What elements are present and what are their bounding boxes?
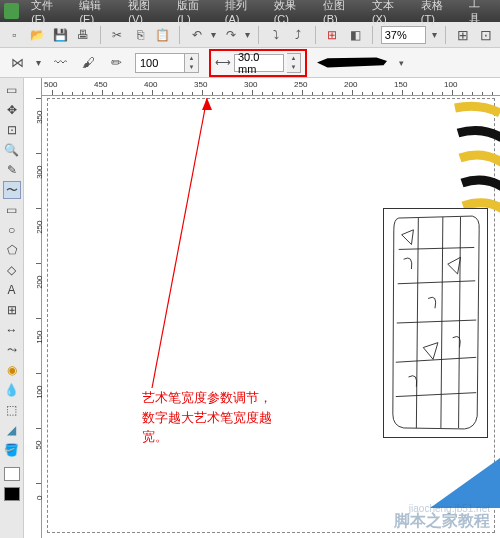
dimension-tool[interactable]: ↔	[3, 321, 21, 339]
app-logo-icon	[4, 3, 19, 19]
stroke-width-group: ⟷ 30.0 mm ▲▼	[209, 49, 307, 77]
dropdown-icon[interactable]: ▾	[36, 57, 41, 68]
separator	[445, 26, 446, 44]
annotation-line1: 艺术笔宽度参数调节，	[142, 388, 272, 408]
rectangle-tool[interactable]: ▭	[3, 201, 21, 219]
spray-icon[interactable]: ✏	[107, 54, 125, 72]
fill-tool[interactable]: ◢	[3, 421, 21, 439]
menu-bar: 文件(F) 编辑(E) 视图(V) 版面(L) 排列(A) 效果(C) 位图(B…	[0, 0, 500, 22]
smoothing-spinner[interactable]: ▲▼	[185, 53, 199, 73]
menu-text[interactable]: 文本(X)	[366, 0, 413, 27]
menu-edit[interactable]: 编辑(E)	[73, 0, 120, 27]
interactive-tool[interactable]: ◉	[3, 361, 21, 379]
toolbox: ▭ ✥ ⊡ 🔍 ✎ 〜 ▭ ○ ⬠ ◇ A ⊞ ↔ ⤳ ◉ 💧 ⬚ ◢ 🪣	[0, 78, 24, 538]
menu-effects[interactable]: 效果(C)	[268, 0, 315, 27]
save-button[interactable]: 💾	[52, 26, 69, 44]
sketch-drawing	[383, 208, 488, 438]
table-tool[interactable]: ⊞	[3, 301, 21, 319]
preset-icon[interactable]: ⋈	[8, 54, 26, 72]
separator	[258, 26, 259, 44]
crop-tool[interactable]: ⊡	[3, 121, 21, 139]
text-tool[interactable]: A	[3, 281, 21, 299]
stroke-width-input[interactable]: 30.0 mm	[234, 54, 284, 72]
menu-file[interactable]: 文件(F)	[25, 0, 71, 27]
print-button[interactable]: 🖶	[75, 26, 92, 44]
canvas-area[interactable]: 500450400350300250200150100	[42, 78, 500, 538]
shape-tool[interactable]: ✥	[3, 101, 21, 119]
property-bar: ⋈▾ 〰 🖌 ✏ 100 ▲▼ ⟷ 30.0 mm ▲▼ ▾	[0, 48, 500, 78]
fill-color-swatch[interactable]	[4, 467, 20, 481]
menu-view[interactable]: 视图(V)	[122, 0, 169, 27]
zoom-dropdown-icon[interactable]: ▾	[432, 29, 437, 40]
separator	[315, 26, 316, 44]
workspace: ▭ ✥ ⊡ 🔍 ✎ 〜 ▭ ○ ⬠ ◇ A ⊞ ↔ ⤳ ◉ 💧 ⬚ ◢ 🪣 35…	[0, 78, 500, 538]
menu-arrange[interactable]: 排列(A)	[219, 0, 266, 27]
separator	[179, 26, 180, 44]
brush-stroke-preview[interactable]	[317, 56, 387, 70]
app-launcher-icon[interactable]: ⊞	[324, 26, 341, 44]
options-button[interactable]: ⊡	[477, 26, 494, 44]
outline-tool[interactable]: ⬚	[3, 401, 21, 419]
pick-tool[interactable]: ▭	[3, 81, 21, 99]
width-icon: ⟷	[215, 56, 231, 69]
annotation-line2: 数字越大艺术笔宽度越	[142, 408, 272, 428]
outline-color-swatch[interactable]	[4, 487, 20, 501]
freehand-icon[interactable]: 〰	[51, 54, 69, 72]
menu-tools[interactable]: 工具	[463, 0, 496, 28]
brush-icon[interactable]: 🖌	[79, 54, 97, 72]
separator	[372, 26, 373, 44]
horizontal-ruler: 500450400350300250200150100	[42, 78, 500, 96]
freehand-tool[interactable]: ✎	[3, 161, 21, 179]
snap-button[interactable]: ⊞	[454, 26, 471, 44]
yellow-brush-strokes	[450, 98, 500, 218]
zoom-level-input[interactable]: 37%	[381, 26, 427, 44]
width-spinner[interactable]: ▲▼	[287, 53, 301, 73]
welcome-icon[interactable]: ◧	[347, 26, 364, 44]
import-button[interactable]: ⤵	[267, 26, 284, 44]
export-button[interactable]: ⤴	[290, 26, 307, 44]
brush-dropdown-icon[interactable]: ▾	[399, 58, 404, 68]
open-button[interactable]: 📂	[29, 26, 46, 44]
artistic-media-tool[interactable]: 〜	[3, 181, 21, 199]
interactive-fill-tool[interactable]: 🪣	[3, 441, 21, 459]
undo-dropdown-icon[interactable]: ▾	[211, 29, 216, 40]
redo-dropdown-icon[interactable]: ▾	[245, 29, 250, 40]
vertical-ruler: 350300250200150100500	[24, 78, 42, 538]
ellipse-tool[interactable]: ○	[3, 221, 21, 239]
polygon-tool[interactable]: ⬠	[3, 241, 21, 259]
paste-button[interactable]: 📋	[154, 26, 171, 44]
menu-layout[interactable]: 版面(L)	[171, 0, 217, 27]
redo-button[interactable]: ↷	[222, 26, 239, 44]
annotation-text: 艺术笔宽度参数调节， 数字越大艺术笔宽度越 宽。	[142, 388, 272, 447]
zoom-tool[interactable]: 🔍	[3, 141, 21, 159]
undo-button[interactable]: ↶	[188, 26, 205, 44]
basic-shapes-tool[interactable]: ◇	[3, 261, 21, 279]
cut-button[interactable]: ✂	[109, 26, 126, 44]
connector-tool[interactable]: ⤳	[3, 341, 21, 359]
eyedropper-tool[interactable]: 💧	[3, 381, 21, 399]
watermark-text: 脚本之家教程	[394, 511, 490, 532]
annotation-line3: 宽。	[142, 427, 272, 447]
new-button[interactable]: ▫	[6, 26, 23, 44]
menu-bitmap[interactable]: 位图(B)	[317, 0, 364, 27]
separator	[100, 26, 101, 44]
menu-table[interactable]: 表格(T)	[415, 0, 461, 27]
smoothing-input[interactable]: 100	[135, 53, 185, 73]
copy-button[interactable]: ⎘	[132, 26, 149, 44]
